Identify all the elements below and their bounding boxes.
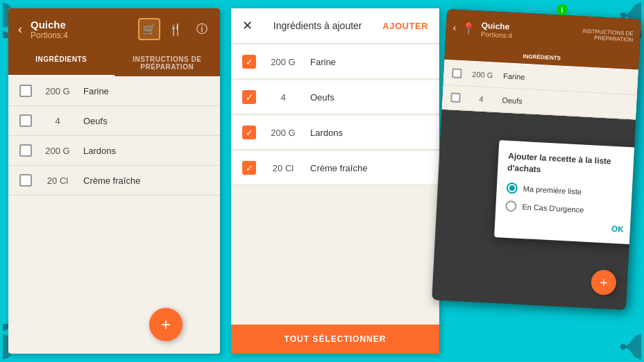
ajouter-button[interactable]: AJOUTER — [382, 21, 428, 31]
add-name-2: Oeufs — [310, 92, 334, 103]
add-qty-3: 200 G — [266, 128, 300, 138]
ingredient-qty-4: 20 Cl — [40, 175, 75, 186]
add-ingredient-row-2: ✓ 4 Oeufs — [231, 80, 439, 114]
ingredient-name-1: Farine — [83, 86, 109, 96]
ingredient-checkbox-1[interactable] — [19, 85, 32, 97]
mobile-ing-qty-2: 4 — [467, 94, 495, 104]
ingredient-row-2: 4 Oeufs — [8, 106, 220, 136]
add-qty-1: 200 G — [266, 57, 300, 67]
ingredient-row-3: 200 G Lardons — [8, 136, 220, 166]
close-button[interactable]: ✕ — [242, 18, 253, 33]
add-checkbox-3[interactable]: ✓ — [242, 126, 256, 139]
recipe-portions: Portions:4 — [31, 31, 133, 40]
panel-add: ✕ Ingrédients à ajouter AJOUTER ✓ 200 G … — [231, 8, 439, 354]
mobile-ing-qty-1: 200 G — [468, 70, 497, 80]
mobile-ingredients-list: 200 G Farine 4 Oeufs — [442, 61, 638, 120]
dialog-title: Ajouter la recette à la liste d'achats — [507, 150, 628, 180]
ingredient-checkbox-4[interactable] — [19, 174, 32, 187]
radio-selected-icon — [506, 182, 518, 193]
mobile-checkbox-2[interactable] — [450, 92, 461, 103]
add-checkbox-1[interactable]: ✓ — [242, 55, 256, 69]
tab-ingredients[interactable]: INGRÉDIENTS — [8, 50, 115, 76]
add-name-4: Crème fraîche — [310, 163, 367, 173]
select-all-button[interactable]: TOUT SÉLECTIONNER — [231, 325, 439, 354]
mobile-checkbox-1[interactable] — [452, 68, 462, 78]
ingredient-name-2: Oeufs — [83, 116, 108, 126]
ingredient-checkbox-2[interactable] — [19, 114, 32, 127]
add-qty-2: 4 — [266, 92, 300, 103]
add-name-1: Farine — [310, 57, 336, 67]
pin-icon: 📍 — [461, 21, 476, 35]
mobile-instructions-label: INSTRUCTIONS DE PRÉPARATION — [577, 28, 634, 43]
svg-point-2 — [620, 12, 626, 18]
recipe-title: Quiche — [31, 19, 133, 31]
ingredient-qty-3: 200 G — [40, 146, 75, 156]
add-ingredients-title: Ingrédients à ajouter — [273, 20, 362, 31]
ingredients-list: 200 G Farine 4 Oeufs 200 G Lardons 20 Cl… — [8, 76, 220, 354]
add-header: ✕ Ingrédients à ajouter AJOUTER — [231, 8, 439, 44]
recipe-header-icons: 🛒 🍴 ⓘ — [138, 18, 213, 40]
ingredient-checkbox-3[interactable] — [19, 144, 32, 157]
ingredient-name-3: Lardons — [83, 146, 116, 156]
info-icon-button[interactable]: ⓘ — [191, 18, 213, 40]
cart-icon-button[interactable]: 🛒 — [138, 18, 160, 40]
dialog-box: Ajouter la recette à la liste d'achats M… — [494, 140, 638, 244]
svg-point-1 — [5, 5, 9, 9]
add-checkbox-4[interactable]: ✓ — [242, 161, 256, 175]
mobile-fab-button[interactable]: + — [591, 269, 617, 295]
dialog-ok-button[interactable]: OK — [505, 218, 624, 234]
add-checkbox-2[interactable]: ✓ — [242, 90, 256, 104]
dialog-option-2[interactable]: En Cas D'urgence — [505, 200, 625, 217]
recipe-title-block: Quiche Portions:4 — [25, 19, 138, 40]
radio-empty-icon — [505, 200, 517, 212]
add-ingredients-list: ✓ 200 G Farine ✓ 4 Oeufs ✓ 200 G Lardons… — [231, 44, 439, 325]
add-name-3: Lardons — [310, 128, 343, 138]
svg-point-4 — [620, 344, 626, 350]
info-badge[interactable]: i — [557, 4, 568, 15]
ornament-bottom-right — [604, 322, 643, 361]
fab-button-panel1[interactable]: + — [149, 308, 183, 341]
mobile-title-block: Quiche Portions:4 — [481, 20, 573, 42]
ingredient-row-1: 200 G Farine — [8, 76, 220, 106]
recipe-header: ‹ Quiche Portions:4 🛒 🍴 ⓘ — [8, 8, 220, 50]
ingredient-row-4: 20 Cl Crème fraîche — [8, 166, 220, 196]
recipe-tabs: INGRÉDIENTS INSTRUCTIONS DE PRÉPARATION — [8, 50, 220, 76]
dialog-option-2-label: En Cas D'urgence — [522, 202, 584, 214]
add-ingredient-row-3: ✓ 200 G Lardons — [231, 116, 439, 150]
mobile-ing-name-1: Farine — [503, 71, 525, 81]
tab-instructions[interactable]: INSTRUCTIONS DE PRÉPARATION — [115, 50, 221, 76]
ingredient-qty-2: 4 — [40, 116, 75, 126]
panel-mobile: ‹ 📍 Quiche Portions:4 INSTRUCTIONS DE PR… — [432, 9, 641, 310]
ingredient-name-4: Crème fraîche — [83, 175, 140, 186]
add-ingredient-row-4: ✓ 20 Cl Crème fraîche — [231, 151, 439, 185]
dialog-option-1-label: Ma première liste — [523, 184, 582, 196]
mobile-back-button[interactable]: ‹ — [452, 21, 457, 33]
dialog-option-1[interactable]: Ma première liste — [506, 182, 626, 199]
add-ingredient-row-1: ✓ 200 G Farine — [231, 45, 439, 79]
panel-recipe: ‹ Quiche Portions:4 🛒 🍴 ⓘ INGRÉDIENTS IN… — [8, 8, 220, 354]
add-qty-4: 20 Cl — [266, 163, 300, 173]
mobile-ing-name-2: Oeufs — [502, 96, 523, 105]
fork-knife-icon-button[interactable]: 🍴 — [164, 18, 187, 40]
back-button[interactable]: ‹ — [15, 19, 25, 40]
ingredient-qty-1: 200 G — [40, 86, 75, 96]
